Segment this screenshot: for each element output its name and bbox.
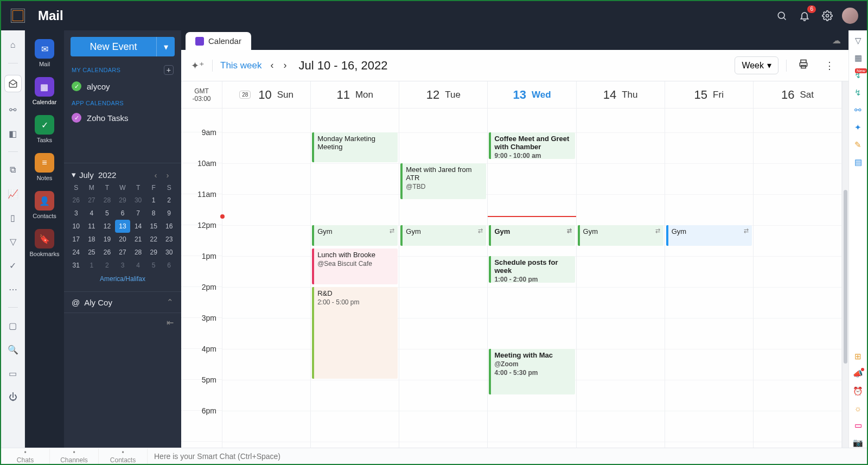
add-calendar-button[interactable]: + bbox=[164, 65, 174, 75]
link-widget-icon[interactable]: ⚯ bbox=[854, 105, 861, 115]
mini-cal-day[interactable]: 6 bbox=[161, 259, 177, 272]
filter-icon[interactable]: ▽ bbox=[7, 235, 19, 247]
module-calendar[interactable]: ▦Calendar bbox=[33, 75, 57, 107]
module-tasks[interactable]: ✓Tasks bbox=[35, 113, 54, 145]
smart-chat-input[interactable] bbox=[148, 452, 867, 461]
mini-cal-day[interactable]: 7 bbox=[130, 207, 146, 220]
mini-cal-day[interactable]: 16 bbox=[161, 220, 177, 233]
mini-cal-day[interactable]: 5 bbox=[146, 259, 162, 272]
new-event-button[interactable]: New Event bbox=[71, 37, 156, 56]
chart-icon[interactable]: 📈 bbox=[7, 188, 19, 200]
module-contacts[interactable]: 👤Contacts bbox=[33, 189, 56, 221]
device-icon[interactable]: ▭ bbox=[7, 367, 19, 379]
mini-cal-day[interactable]: 13 bbox=[115, 220, 131, 233]
mini-cal-day[interactable]: 8 bbox=[146, 207, 162, 220]
bottombar-tab[interactable]: •Chats bbox=[1, 449, 50, 464]
next-week-button[interactable]: › bbox=[283, 60, 288, 71]
note-icon[interactable]: ▢ bbox=[7, 320, 19, 332]
mini-cal-day[interactable]: 1 bbox=[84, 259, 100, 272]
card-icon[interactable]: ⧉ bbox=[7, 164, 19, 176]
prev-week-button[interactable]: ‹ bbox=[270, 60, 275, 71]
avatar[interactable] bbox=[842, 8, 858, 24]
day-header[interactable]: 12Tue bbox=[399, 81, 487, 109]
calendar-event[interactable]: Gym⇄ bbox=[578, 225, 663, 246]
mini-cal-day[interactable]: 23 bbox=[161, 233, 177, 246]
day-column[interactable]: 15FriGym⇄ bbox=[665, 81, 754, 448]
shield-icon[interactable]: ▽ bbox=[855, 36, 861, 46]
mini-cal-day[interactable]: 11 bbox=[84, 220, 100, 233]
mini-cal-day[interactable]: 27 bbox=[84, 194, 100, 207]
cloud-sync-icon[interactable]: ☁ bbox=[832, 35, 848, 46]
calendar-event[interactable]: Gym⇄ bbox=[312, 225, 398, 246]
calendar-event[interactable]: Coffee Meet and Greet with Chamber9:00 -… bbox=[489, 132, 575, 159]
print-icon[interactable] bbox=[794, 59, 813, 72]
mini-cal-day[interactable]: 10 bbox=[68, 220, 84, 233]
mini-cal-day[interactable]: 15 bbox=[146, 220, 162, 233]
chat-widget-icon[interactable]: ▭ bbox=[854, 421, 862, 430]
link-icon[interactable]: ⚯ bbox=[7, 104, 19, 116]
mini-cal-day[interactable]: 31 bbox=[68, 259, 84, 272]
module-mail[interactable]: ✉Mail bbox=[35, 37, 54, 69]
stats-icon[interactable]: ▤ bbox=[854, 157, 862, 167]
book-icon[interactable]: ▯ bbox=[7, 212, 19, 224]
mini-cal-day[interactable]: 20 bbox=[115, 233, 131, 246]
mini-cal-day[interactable]: 24 bbox=[68, 246, 84, 259]
magnify-icon[interactable]: 🔍 bbox=[7, 343, 19, 355]
mini-cal-day[interactable]: 17 bbox=[68, 233, 84, 246]
mini-cal-toggle-icon[interactable]: ▾ bbox=[72, 170, 76, 180]
calendar-event[interactable]: Gym⇄ bbox=[400, 225, 486, 246]
calendar-event[interactable]: R&D2:00 - 5:00 pm bbox=[312, 287, 398, 379]
day-column[interactable]: 11MonMonday Marketing MeetingGym⇄Lunch w… bbox=[311, 81, 399, 448]
calendar-event[interactable]: Gym⇄ bbox=[666, 225, 752, 246]
mini-cal-next[interactable]: › bbox=[162, 170, 174, 180]
app-logo[interactable] bbox=[11, 9, 25, 23]
power-icon[interactable]: ⏻ bbox=[7, 391, 19, 403]
settings-gear-icon[interactable] bbox=[816, 4, 839, 27]
mini-cal-day[interactable]: 18 bbox=[84, 233, 100, 246]
quick-add-icon[interactable]: ✦⁺ bbox=[191, 60, 205, 72]
calendar-item[interactable]: ✓alycoy bbox=[64, 78, 181, 94]
day-column[interactable]: 12TueMeet with Jared from ATR@TBDGym⇄ bbox=[399, 81, 488, 448]
mini-cal-day[interactable]: 29 bbox=[146, 246, 162, 259]
idea-icon[interactable]: ☼ bbox=[854, 404, 862, 413]
day-header[interactable]: 16Sat bbox=[754, 81, 841, 109]
mini-cal-day[interactable]: 2 bbox=[161, 194, 177, 207]
scrollbar-thumb[interactable] bbox=[844, 190, 847, 364]
camera-icon[interactable]: 📷 bbox=[853, 438, 863, 448]
mini-cal-prev[interactable]: ‹ bbox=[150, 170, 162, 180]
calendar-event[interactable]: Lunch with Brooke@Sea Biscuit Cafe bbox=[312, 249, 398, 284]
day-header[interactable]: 2810Sun bbox=[222, 81, 310, 109]
more-icon[interactable]: ⋯ bbox=[7, 283, 19, 295]
announce-icon[interactable]: 📣 bbox=[853, 369, 863, 379]
collapse-sidebar-icon[interactable]: ⇤ bbox=[167, 318, 174, 327]
apps-icon[interactable]: ✦ bbox=[854, 123, 861, 132]
this-week-button[interactable]: This week bbox=[220, 60, 262, 71]
share-icon[interactable]: ↯ bbox=[854, 88, 861, 98]
notifications-icon[interactable]: 6 bbox=[793, 4, 816, 27]
mini-cal-day[interactable]: 28 bbox=[99, 194, 115, 207]
home-icon[interactable]: ⌂ bbox=[7, 39, 19, 51]
scrollbar[interactable] bbox=[842, 81, 848, 448]
module-notes[interactable]: ≡Notes bbox=[35, 151, 54, 183]
sticky-add-icon[interactable]: ⊞ bbox=[854, 352, 861, 361]
grid-icon[interactable]: ◧ bbox=[7, 128, 19, 139]
check-icon[interactable]: ✓ bbox=[7, 259, 19, 271]
day-header[interactable]: 13Wed bbox=[488, 81, 576, 109]
mini-cal-day[interactable]: 14 bbox=[130, 220, 146, 233]
calendar-item[interactable]: ✓Zoho Tasks bbox=[64, 110, 181, 126]
new-event-dropdown[interactable]: ▾ bbox=[156, 37, 175, 56]
calendar-event[interactable]: Monday Marketing Meeting bbox=[312, 132, 398, 162]
mini-cal-day[interactable]: 28 bbox=[130, 246, 146, 259]
mini-cal-day[interactable]: 3 bbox=[115, 259, 131, 272]
mini-cal-day[interactable]: 26 bbox=[99, 246, 115, 259]
mini-cal-day[interactable]: 26 bbox=[68, 194, 84, 207]
mini-cal-day[interactable]: 19 bbox=[99, 233, 115, 246]
mini-cal-day[interactable]: 12 bbox=[99, 220, 115, 233]
mini-cal-day[interactable]: 1 bbox=[146, 194, 162, 207]
day-column[interactable]: 13WedCoffee Meet and Greet with Chamber9… bbox=[488, 81, 576, 448]
mini-cal-day[interactable]: 5 bbox=[99, 207, 115, 220]
calendar-check-icon[interactable]: ✓ bbox=[72, 113, 81, 123]
day-header[interactable]: 15Fri bbox=[665, 81, 753, 109]
mini-cal-day[interactable]: 2 bbox=[99, 259, 115, 272]
kebab-menu-icon[interactable]: ⋮ bbox=[820, 60, 839, 72]
